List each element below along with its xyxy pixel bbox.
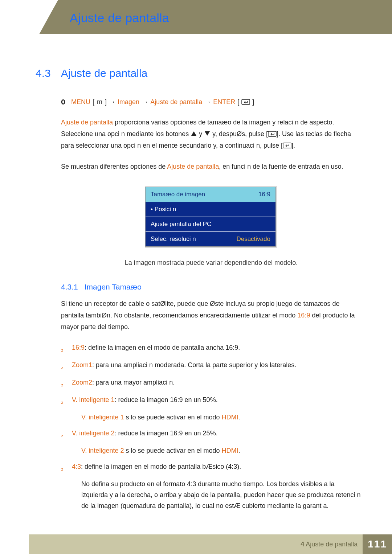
osd-item-resolution-select[interactable]: Selec. resoluci n Desactivado [146, 231, 275, 246]
section-body: O MENU [ m ] → Imagen → Ajuste de pantal… [61, 98, 362, 511]
content-area: 4.3 Ajuste de pantalla O MENU [ m ] → Im… [0, 67, 392, 511]
subsection-title: Imagen Tamaæo [85, 283, 142, 291]
svg-rect-2 [283, 143, 291, 148]
nav-imagen: Imagen [118, 98, 139, 106]
note-mid: s lo se puede activar en el modo [124, 447, 221, 454]
down-arrow-icon [205, 131, 210, 136]
nav-menu: MENU [71, 98, 90, 106]
desc: : para una mayor ampliaci n. [92, 379, 175, 386]
intro-b: 16:9 [297, 312, 310, 319]
section-title: Ajuste de pantalla [61, 67, 148, 79]
osd-menu-shadow: Tamaæo de imagen 16:9 • Posici n Ajuste … [145, 186, 277, 248]
paragraph-2: Se muestran diferentes opciones de Ajust… [61, 161, 362, 172]
up-arrow-icon [191, 131, 196, 136]
osd-menu: Tamaæo de imagen 16:9 • Posici n Ajuste … [145, 187, 276, 247]
header-band: Ajuste de pantalla [0, 0, 392, 34]
desc: : reduce la imagen 16:9 en un 25%. [114, 430, 217, 437]
nav-bracket-close: ] [105, 98, 107, 106]
note: V. inteligente 1 s lo se puede activar e… [81, 412, 362, 423]
bullet-icon: z [61, 360, 66, 373]
note: V. inteligente 2 s lo se puede activar e… [81, 445, 362, 456]
page-title: Ajuste de pantalla [70, 11, 169, 25]
menu-path: O MENU [ m ] → Imagen → Ajuste de pantal… [61, 98, 362, 106]
p1-lead: Ajuste de pantalla [61, 119, 113, 126]
subsection-intro: Si tiene un receptor de cable o satØlite… [61, 298, 362, 333]
enter-key-icon [283, 140, 291, 146]
list-item: zZoom1: para una ampliaci n moderada. Co… [61, 360, 362, 373]
enter-key-icon [241, 99, 250, 105]
term: Zoom2 [72, 379, 92, 386]
page-number: 111 [363, 534, 392, 554]
bullet-icon: z [61, 342, 66, 356]
nav-bracket-open: [ [93, 98, 94, 106]
osd-item-label: Tamaæo de imagen [151, 191, 205, 198]
p2-c: , en funci n de la fuente de entrada en … [219, 163, 343, 170]
desc: : para una ampliaci n moderada. Corta la… [92, 361, 296, 369]
bullet-icon: z [61, 461, 66, 475]
p2-a: Se muestran diferentes opciones de [61, 163, 167, 170]
term: 4:3 [72, 463, 81, 470]
note-term: V. inteligente 1 [81, 414, 124, 421]
nav-ajuste: Ajuste de pantalla [150, 98, 202, 106]
list-item: z16:9: define la imagen en el modo de pa… [61, 342, 362, 356]
term: V. inteligente 1 [72, 396, 114, 403]
note-mid: s lo se puede activar en el modo [124, 414, 221, 421]
osd-item-label: Selec. resoluci n [151, 235, 196, 243]
note-end: . [238, 414, 240, 421]
nav-enter: ENTER [213, 98, 235, 106]
nav-enter-bracket-close: ] [252, 98, 254, 106]
subsection-heading: 4.3.1 Imagen Tamaæo [61, 283, 362, 291]
nav-arrow-1: → [109, 98, 115, 106]
breadcrumb: 4 Ajuste de pantalla [301, 541, 358, 548]
section-heading: 4.3 Ajuste de pantalla [36, 67, 362, 79]
list-item: zV. inteligente 2: reduce la imagen 16:9… [61, 428, 362, 442]
footer-bar: 4 Ajuste de pantalla 111 [0, 534, 392, 554]
p1-b: y [197, 130, 204, 138]
path-bullet-icon: O [61, 98, 65, 106]
warning-text: No defina su producto en el formato 4:3 … [81, 479, 362, 511]
desc: : define la imagen en el modo de pantall… [81, 463, 241, 470]
list-item: zZoom2: para una mayor ampliaci n. [61, 377, 362, 391]
note-mode: HDMI [222, 414, 238, 421]
osd-item-pc-adjust[interactable]: Ajuste pantalla del PC [146, 217, 275, 231]
osd-item-label: • Posici n [151, 206, 176, 213]
osd-item-value: 16:9 [258, 191, 270, 198]
paragraph-1: Ajuste de pantalla proporciona varias op… [61, 116, 362, 151]
enter-key-icon [268, 129, 277, 135]
list-item: z4:3: define la imagen en el modo de pan… [61, 461, 362, 475]
note-mode: HDMI [222, 447, 238, 454]
breadcrumb-text: Ajuste de pantalla [304, 541, 358, 548]
term: V. inteligente 2 [72, 430, 114, 437]
osd-item-position[interactable]: • Posici n [146, 202, 275, 217]
term: 16:9 [72, 344, 85, 351]
subsection-number: 4.3.1 [61, 283, 78, 291]
bullet-list: z16:9: define la imagen en el modo de pa… [61, 342, 362, 511]
document-page: Ajuste de pantalla 4.3 Ajuste de pantall… [0, 0, 392, 554]
section-number: 4.3 [36, 67, 51, 79]
osd-item-picture-size[interactable]: Tamaæo de imagen 16:9 [146, 187, 275, 202]
p2-b: Ajuste de pantalla [167, 163, 219, 170]
nav-enter-bracket-open: [ [237, 98, 239, 106]
desc: : define la imagen en el modo de pantall… [85, 344, 240, 351]
osd-item-label: Ajuste pantalla del PC [151, 221, 211, 228]
term: Zoom1 [72, 361, 92, 369]
note-term: V. inteligente 2 [81, 447, 124, 454]
svg-rect-1 [268, 131, 276, 136]
nav-arrow-3: → [204, 98, 211, 106]
figure-caption: La imagen mostrada puede variar dependie… [61, 259, 362, 267]
bullet-icon: z [61, 428, 66, 442]
note-end: . [238, 447, 240, 454]
p1-c: y, despuØs, pulse [ [211, 130, 268, 138]
svg-rect-0 [242, 99, 250, 104]
p1-e: ]. [291, 142, 295, 149]
osd-menu-wrap: Tamaæo de imagen 16:9 • Posici n Ajuste … [61, 186, 362, 248]
chapter-tab-triangle [39, 0, 58, 34]
list-item: zV. inteligente 1: reduce la imagen 16:9… [61, 394, 362, 408]
nav-arrow-2: → [142, 98, 148, 106]
menu-key-icon: m [97, 98, 103, 106]
bullet-icon: z [61, 377, 66, 391]
desc: : reduce la imagen 16:9 en un 50%. [114, 396, 217, 403]
breadcrumb-chapter: 4 [301, 541, 304, 548]
bullet-icon: z [61, 394, 66, 408]
footer-left-blank [0, 534, 29, 554]
